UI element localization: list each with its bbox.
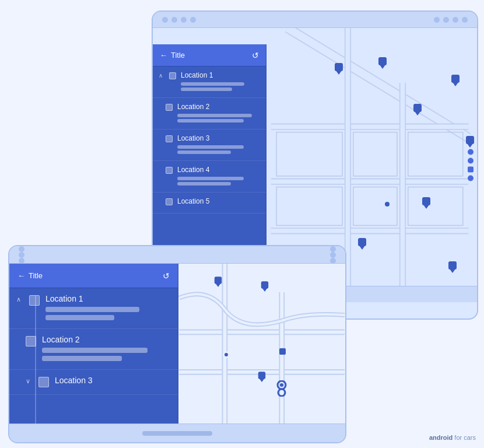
- back-panel-header: ← Title ↺: [153, 44, 266, 66]
- front-map-pin-1: [213, 276, 223, 290]
- loc-1-info: Location 1: [181, 71, 260, 93]
- loc-3-checkbox[interactable]: [166, 135, 173, 142]
- svg-marker-19: [336, 71, 342, 75]
- loc-4-name: Location 4: [177, 166, 260, 174]
- front-home-pill: [142, 431, 212, 436]
- front-loc-2-name: Location 2: [42, 335, 171, 344]
- loc-2-checkbox[interactable]: [166, 104, 173, 111]
- svg-line-1: [287, 28, 468, 138]
- control-1[interactable]: [468, 149, 474, 155]
- map-pin-3: [412, 104, 423, 119]
- front-dot-6: [330, 258, 336, 264]
- front-bottom-bar: [9, 424, 345, 442]
- loc-1-bar-1: [181, 82, 244, 86]
- back-location-item-2[interactable]: Location 2: [153, 98, 266, 130]
- chevron-up-icon: ∧: [159, 72, 164, 79]
- status-dot-4: [190, 17, 196, 23]
- svg-rect-24: [451, 75, 460, 83]
- map-pin-6: [421, 197, 432, 212]
- loc-2-bar-1: [177, 114, 252, 117]
- loc-1-checkbox[interactable]: [169, 72, 176, 79]
- front-expand-line: [35, 296, 36, 424]
- front-map-pin-3: [257, 372, 266, 386]
- status-dot-3: [181, 17, 187, 23]
- loc-2-bar-2: [177, 119, 244, 123]
- svg-rect-30: [358, 238, 366, 246]
- svg-point-51: [278, 389, 285, 396]
- svg-marker-49: [259, 379, 265, 382]
- svg-rect-20: [378, 57, 387, 65]
- front-status-dots-right: [330, 246, 336, 264]
- front-content-area: ← Title ↺ ∧ Location 1: [9, 264, 345, 424]
- watermark-regular: for cars: [453, 434, 476, 441]
- front-panel-header: ← Title ↺: [9, 264, 178, 288]
- front-device: ← Title ↺ ∧ Location 1: [8, 245, 346, 443]
- loc-5-checkbox[interactable]: [166, 198, 173, 205]
- front-dot-3: [19, 258, 24, 264]
- back-location-item-3[interactable]: Location 3: [153, 130, 266, 161]
- status-dot-6: [443, 17, 449, 23]
- control-3[interactable]: [468, 167, 474, 173]
- back-arrow-icon: ←: [160, 51, 167, 60]
- front-loc-3-checkbox[interactable]: [38, 377, 49, 387]
- front-loc-1-info: Location 1: [45, 294, 171, 323]
- front-back-arrow-icon: ←: [17, 271, 25, 280]
- back-location-item-5[interactable]: Location 5: [153, 192, 266, 214]
- front-status-bar: [9, 246, 345, 264]
- back-button[interactable]: ← Title: [160, 51, 185, 60]
- front-dot-1: [19, 246, 24, 252]
- front-loc-3-info: Location 3: [55, 376, 171, 388]
- svg-marker-31: [359, 246, 365, 250]
- front-loc-2-info: Location 2: [42, 335, 171, 363]
- front-circle-dot: [223, 351, 230, 358]
- map-pin-7: [357, 238, 367, 253]
- svg-rect-46: [261, 281, 268, 288]
- front-dot-5: [330, 252, 336, 258]
- loc-5-name: Location 5: [177, 197, 260, 205]
- map-pin-1: [334, 63, 344, 78]
- back-location-item-4[interactable]: Location 4: [153, 161, 266, 192]
- loc-3-info: Location 3: [177, 134, 260, 156]
- loc-4-checkbox[interactable]: [166, 167, 173, 174]
- front-dot-4: [330, 246, 336, 252]
- right-controls[interactable]: [468, 149, 474, 181]
- svg-line-0: [287, 28, 468, 138]
- loc-5-info: Location 5: [177, 197, 260, 208]
- status-dots-left: [162, 17, 196, 23]
- back-location-item-1[interactable]: ∧ Location 1: [153, 66, 266, 98]
- front-location-list: ∧ Location 1 Location 2: [9, 288, 178, 424]
- status-dot-7: [453, 17, 458, 23]
- front-chevron-up-icon: ∧: [16, 296, 23, 303]
- svg-rect-13: [353, 132, 397, 176]
- svg-rect-34: [448, 261, 457, 270]
- front-sidebar: ← Title ↺ ∧ Location 1: [9, 264, 178, 424]
- map-pin-2: [377, 57, 388, 72]
- front-back-button[interactable]: ← Title: [17, 271, 43, 280]
- front-status-dots-left: [19, 246, 24, 264]
- control-2[interactable]: [468, 158, 474, 164]
- front-loc-1-name: Location 1: [45, 294, 171, 303]
- svg-rect-22: [413, 104, 422, 112]
- loc-4-info: Location 4: [177, 166, 260, 187]
- front-loc-1-checkbox[interactable]: [29, 295, 40, 306]
- front-title: Title: [29, 271, 43, 280]
- loc-2-info: Location 2: [177, 103, 260, 124]
- front-location-item-1[interactable]: ∧ Location 1: [9, 288, 178, 329]
- svg-rect-15: [276, 187, 342, 226]
- svg-marker-27: [467, 144, 473, 148]
- front-map-pin-2: [260, 281, 269, 295]
- status-dot-8: [462, 17, 468, 23]
- status-dots-right: [434, 17, 468, 23]
- svg-rect-26: [466, 136, 474, 144]
- svg-rect-12: [276, 132, 342, 176]
- refresh-button[interactable]: ↺: [252, 51, 259, 60]
- svg-rect-17: [408, 187, 463, 226]
- loc-4-bar-1: [177, 177, 244, 180]
- svg-rect-28: [422, 197, 430, 205]
- loc-1-name: Location 1: [181, 71, 260, 79]
- front-refresh-button[interactable]: ↺: [163, 271, 170, 281]
- front-square-marker: [279, 348, 286, 355]
- loc-4-bar-2: [177, 182, 231, 186]
- control-4[interactable]: [468, 176, 474, 181]
- status-dot-5: [434, 17, 440, 23]
